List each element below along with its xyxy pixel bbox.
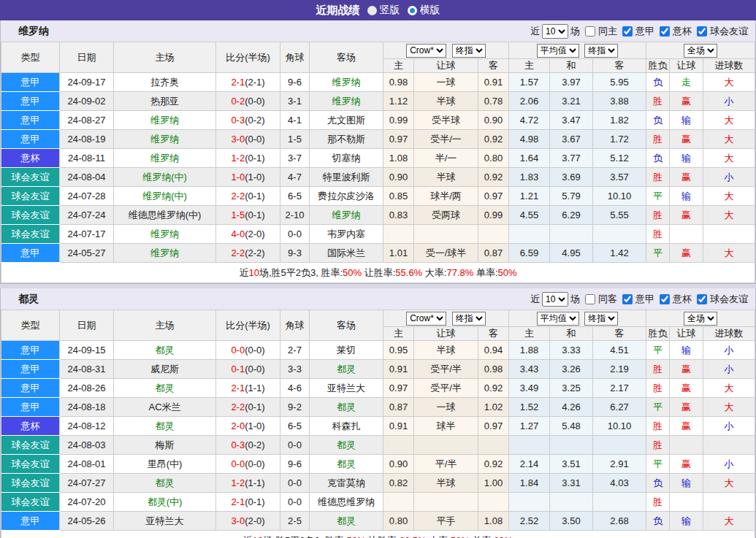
same-venue-label[interactable]: 同主	[598, 25, 617, 38]
halftime-score: (0-0)	[245, 134, 264, 145]
odds-away	[478, 225, 509, 244]
home-team: 维罗纳	[114, 130, 216, 149]
col-result: 胜负	[646, 59, 670, 73]
fulltime-score: 2-1	[231, 383, 245, 393]
odds-handicap: 受平/半	[414, 360, 478, 379]
company-select[interactable]: Crow*	[406, 312, 446, 326]
fullmatch-dropdown-cell: 全场	[646, 310, 755, 327]
avg-home: 3.49	[509, 379, 550, 398]
match-date: 24-05-27	[60, 244, 114, 263]
avg-home: 2.06	[509, 92, 550, 111]
match-score: 3-0(0-0)	[216, 130, 280, 149]
avg-home	[509, 225, 550, 244]
avg-away	[593, 436, 646, 455]
halftime-score: (1-0)	[245, 420, 264, 431]
match-count-select[interactable]: 10	[542, 24, 568, 39]
fullmatch-select[interactable]: 全场	[684, 312, 717, 326]
avg-draw	[550, 225, 593, 244]
corner-score: 9-3	[280, 244, 310, 263]
match-score: 1-2(1-1)	[216, 474, 280, 493]
fullmatch-select[interactable]: 全场	[684, 44, 717, 58]
result-goals: 小	[703, 341, 755, 360]
serie-a-checkbox[interactable]	[622, 294, 633, 304]
odds-away	[478, 493, 509, 512]
corner-score: 6-5	[280, 187, 310, 206]
radio-horizontal-label[interactable]: 横版	[420, 4, 440, 17]
avg-draw: 4.26	[550, 398, 593, 417]
radio-vertical-label[interactable]: 竖版	[380, 4, 400, 17]
away-team: 费拉尔皮沙洛	[310, 187, 383, 206]
layout-horizontal-option[interactable]: 横版	[408, 4, 440, 17]
table-row: 意甲24-09-02热那亚0-2(0-0)3-1维罗纳1.12半球0.782.0…	[1, 92, 755, 111]
average-select[interactable]: 平均值	[537, 44, 579, 58]
odds-home: 0.90	[383, 168, 414, 187]
same-venue-checkbox[interactable]	[585, 26, 595, 36]
col-home: 主场	[114, 42, 216, 73]
avg-away: 6.27	[593, 398, 646, 417]
result-goals: 大	[703, 111, 755, 130]
odds-home: 0.91	[383, 417, 414, 436]
same-venue-checkbox[interactable]	[585, 294, 595, 304]
corner-score: 0-0	[280, 493, 310, 512]
radio-horizontal-icon[interactable]	[408, 6, 417, 15]
odds-home	[383, 225, 414, 244]
odds-away: 0.92	[478, 130, 509, 149]
coppa-checkbox[interactable]	[660, 294, 670, 304]
odds-handicap: 受半/一	[414, 130, 478, 149]
radio-vertical-icon[interactable]	[367, 6, 377, 15]
summary-label: 单率:	[470, 535, 494, 538]
halftime-score: (0-0)	[245, 96, 264, 107]
match-score: 3-0(2-0)	[216, 512, 280, 531]
final-index-select[interactable]: 终指	[452, 44, 486, 58]
friendly-label[interactable]: 球会友谊	[710, 293, 748, 306]
company-select[interactable]: Crow*	[406, 44, 446, 58]
table-row: 意甲24-08-27维罗纳0-3(0-2)4-1尤文图斯0.99受半球0.904…	[1, 111, 755, 130]
serie-a-label[interactable]: 意甲	[635, 293, 654, 306]
avg-draw: 3.50	[550, 512, 593, 531]
friendly-checkbox[interactable]	[697, 294, 707, 304]
match-date: 24-09-02	[60, 92, 114, 111]
halftime-score: (0-1)	[245, 496, 264, 507]
halftime-score: (0-1)	[245, 153, 264, 164]
match-type-badge: 意杯	[1, 149, 60, 168]
layout-vertical-option[interactable]: 竖版	[367, 4, 400, 17]
final-index-select-2[interactable]: 终指	[584, 44, 618, 58]
odds-away: 0.87	[478, 244, 509, 263]
summary-label: 让胜率:	[366, 535, 400, 538]
friendly-label[interactable]: 球会友谊	[710, 25, 748, 38]
same-venue-label[interactable]: 同客	[598, 293, 617, 306]
coppa-checkbox[interactable]	[660, 26, 670, 36]
match-type-badge: 球会友谊	[1, 206, 60, 225]
match-date: 24-07-24	[60, 206, 114, 225]
halftime-score: (0-0)	[245, 345, 264, 356]
col-avg-away: 客	[593, 327, 646, 341]
odds-dropdown-cell: Crow* 终指	[383, 310, 509, 327]
coppa-label[interactable]: 意杯	[673, 293, 692, 306]
match-count-select[interactable]: 10	[542, 292, 568, 307]
odds-away: 0.97	[478, 417, 509, 436]
home-team: 都灵(中)	[114, 493, 216, 512]
team-name: 维罗纳	[18, 25, 49, 38]
friendly-checkbox[interactable]	[697, 26, 707, 36]
match-score: 0-0(0-0)	[216, 341, 280, 360]
fulltime-score: 1-0	[231, 172, 245, 182]
result-goals: 大	[703, 187, 755, 206]
fulltime-score: 0-1	[231, 364, 245, 374]
average-select[interactable]: 平均值	[537, 312, 579, 326]
final-index-select[interactable]: 终指	[452, 312, 486, 326]
avg-draw: 3.33	[550, 341, 593, 360]
home-team: 维罗纳	[114, 244, 216, 263]
coppa-label[interactable]: 意杯	[673, 25, 692, 38]
final-index-select-2[interactable]: 终指	[584, 312, 618, 326]
match-date: 24-08-31	[60, 360, 114, 379]
serie-a-checkbox[interactable]	[622, 26, 633, 36]
avg-draw: 3.51	[550, 455, 593, 474]
avg-home	[509, 493, 550, 512]
avg-draw: 3.47	[550, 111, 593, 130]
result-handicap: 赢	[670, 92, 703, 111]
match-type-badge: 意甲	[1, 92, 60, 111]
odds-home: 0.80	[383, 512, 414, 531]
odds-home	[383, 436, 414, 455]
avg-home: 2.14	[509, 455, 550, 474]
serie-a-label[interactable]: 意甲	[635, 25, 654, 38]
